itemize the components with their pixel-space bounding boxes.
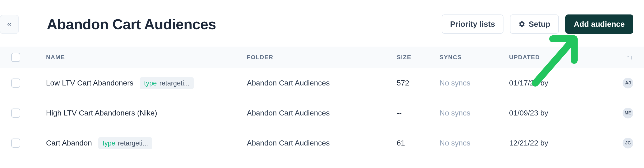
gear-icon	[518, 21, 525, 28]
row-checkbox[interactable]	[11, 79, 20, 88]
table-body: Low LTV Cart Abandoners type retargeti..…	[0, 68, 644, 158]
audience-updated: 01/17/23 by AJ	[509, 78, 633, 88]
select-all-checkbox[interactable]	[11, 53, 20, 62]
avatar: ME	[623, 108, 633, 118]
updated-text: 01/09/23 by	[509, 109, 548, 117]
column-header-folder[interactable]: FOLDER	[247, 54, 397, 61]
tag-key: type	[144, 79, 157, 87]
setup-button[interactable]: Setup	[510, 14, 559, 34]
column-header-syncs[interactable]: SYNCS	[440, 54, 509, 61]
setup-label: Setup	[529, 20, 550, 29]
audience-name: Low LTV Cart Abandoners	[46, 79, 133, 87]
audience-tag: type retargeti...	[140, 77, 194, 89]
table-row[interactable]: Cart Abandon type retargeti... Abandon C…	[0, 128, 644, 158]
column-header-size[interactable]: SIZE	[397, 54, 440, 61]
tag-key: type	[103, 139, 115, 147]
tag-value: retargeti...	[118, 139, 148, 147]
chevrons-left-icon	[6, 21, 13, 28]
audience-tag: type retargeti...	[98, 137, 152, 149]
avatar: AJ	[623, 78, 633, 88]
table-row[interactable]: High LTV Cart Abandoners (Nike) Abandon …	[0, 98, 644, 128]
add-audience-label: Add audience	[574, 20, 625, 29]
audience-folder: Abandon Cart Audiences	[247, 109, 397, 117]
row-checkbox[interactable]	[11, 109, 20, 118]
audience-size: 572	[397, 79, 440, 87]
avatar: JC	[623, 138, 633, 148]
row-checkbox[interactable]	[11, 139, 20, 148]
table-header: NAME FOLDER SIZE SYNCS UPDATED ↑↓	[0, 47, 644, 68]
add-audience-button[interactable]: Add audience	[565, 14, 633, 34]
audience-name: High LTV Cart Abandoners (Nike)	[46, 109, 157, 117]
column-header-updated-label: UPDATED	[509, 54, 540, 61]
column-header-updated[interactable]: UPDATED ↑↓	[509, 54, 633, 61]
audience-folder: Abandon Cart Audiences	[247, 139, 397, 147]
header-actions: Priority lists Setup Add audience	[442, 14, 633, 34]
audience-syncs: No syncs	[440, 109, 509, 117]
column-header-name[interactable]: NAME	[35, 54, 247, 61]
page-title: Abandon Cart Audiences	[47, 16, 216, 32]
audience-updated: 12/21/22 by JC	[509, 138, 633, 148]
page-header: Abandon Cart Audiences Priority lists Se…	[47, 13, 633, 35]
audience-syncs: No syncs	[440, 79, 509, 87]
sort-icon: ↑↓	[627, 54, 633, 61]
audience-name: Cart Abandon	[46, 139, 92, 147]
audience-size: 61	[397, 139, 440, 147]
audience-syncs: No syncs	[440, 139, 509, 147]
audience-size: --	[397, 109, 440, 117]
audiences-table: NAME FOLDER SIZE SYNCS UPDATED ↑↓ Low LT…	[0, 47, 644, 158]
updated-text: 12/21/22 by	[509, 139, 548, 147]
collapse-sidebar-button[interactable]	[0, 15, 19, 34]
audience-folder: Abandon Cart Audiences	[247, 79, 397, 87]
tag-value: retargeti...	[160, 79, 190, 87]
updated-text: 01/17/23 by	[509, 79, 548, 87]
priority-lists-label: Priority lists	[450, 20, 495, 29]
audience-updated: 01/09/23 by ME	[509, 108, 633, 118]
table-row[interactable]: Low LTV Cart Abandoners type retargeti..…	[0, 68, 644, 98]
priority-lists-button[interactable]: Priority lists	[442, 14, 504, 34]
